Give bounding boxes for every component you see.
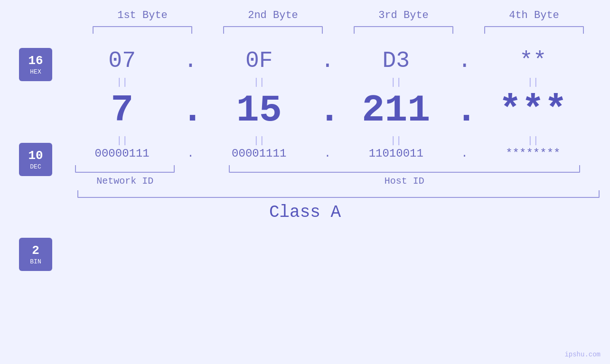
dec-badge-num: 10	[28, 149, 43, 163]
hex-dot-3: .	[455, 48, 474, 74]
id-labels-row: Network ID Host ID	[66, 176, 589, 187]
bin-cell-2: 00001111	[207, 147, 311, 160]
byte1-label: 1st Byte	[90, 9, 195, 21]
bin-cell-3: 11010011	[344, 147, 448, 160]
hex-dot-2: .	[318, 48, 337, 74]
bracket-byte1	[93, 26, 192, 34]
host-id-label: Host ID	[229, 176, 580, 187]
dec-dot-1: .	[181, 89, 200, 132]
eq2-c1: ||	[70, 135, 174, 146]
bin-value-2: 00001111	[232, 147, 286, 160]
bin-cell-4: ********	[481, 147, 585, 160]
dec-row: 7 . 15 . 211 . ***	[66, 89, 589, 132]
base-badges: 16 HEX 10 DEC 2 BIN	[19, 48, 52, 271]
bracket-host	[229, 165, 580, 173]
bin-cell-1: 00000111	[70, 147, 174, 160]
eq2-c2: ||	[207, 135, 311, 146]
bracket-byte4	[484, 26, 584, 34]
bin-value-4: ********	[506, 147, 560, 160]
eq1-c1: ||	[70, 77, 174, 88]
bin-dot-3: .	[455, 147, 474, 160]
bin-badge: 2 BIN	[19, 238, 52, 271]
hex-cell-4: **	[481, 48, 585, 74]
eq1-c4: ||	[481, 77, 585, 88]
dec-value-3: 211	[362, 92, 430, 130]
dec-value-2: 15	[236, 92, 282, 130]
dec-badge-label: DEC	[30, 163, 41, 170]
hex-badge-num: 16	[28, 54, 43, 68]
dec-cell-1: 7	[70, 92, 174, 130]
bracket-byte2	[223, 26, 323, 34]
big-bottom-bracket	[77, 190, 600, 198]
byte4-label: 4th Byte	[482, 9, 586, 21]
eq2-c3: ||	[344, 135, 448, 146]
rows-container: 07 . 0F . D3 . **	[66, 48, 589, 187]
bin-badge-label: BIN	[30, 258, 41, 265]
hex-row: 07 . 0F . D3 . **	[66, 48, 589, 74]
hex-badge-label: HEX	[30, 68, 41, 75]
dec-badge: 10 DEC	[19, 143, 52, 176]
bin-badge-num: 2	[32, 243, 39, 258]
bin-value-3: 11010011	[369, 147, 423, 160]
content-wrapper: 16 HEX 10 DEC 2 BIN 07 .	[0, 48, 610, 187]
hex-value-4: **	[519, 48, 547, 74]
bracket-byte3	[354, 26, 453, 34]
bottom-brackets-row	[66, 165, 589, 173]
eq1-c3: ||	[344, 77, 448, 88]
bin-dot-1: .	[181, 147, 200, 160]
main-container: 1st Byte 2nd Byte 3rd Byte 4th Byte 16 H…	[0, 0, 610, 364]
hex-value-1: 07	[108, 48, 136, 74]
hex-dot-1: .	[181, 48, 200, 74]
dec-cell-4: ***	[481, 92, 585, 130]
hex-cell-3: D3	[344, 48, 448, 74]
watermark: ipshu.com	[564, 351, 601, 358]
dec-value-1: 7	[111, 92, 133, 130]
class-label: Class A	[269, 203, 341, 222]
hex-cell-2: 0F	[207, 48, 311, 74]
eq1-c2: ||	[207, 77, 311, 88]
dec-value-4: ***	[499, 92, 567, 130]
byte3-label: 3rd Byte	[351, 9, 456, 21]
network-id-label: Network ID	[75, 176, 175, 187]
eq2-c4: ||	[481, 135, 585, 146]
bin-dot-2: .	[318, 147, 337, 160]
bin-row: 00000111 . 00001111 . 11010011 .	[66, 147, 589, 160]
equals-row-2: || || || ||	[66, 134, 589, 147]
top-brackets	[77, 26, 600, 34]
dec-dot-3: .	[455, 89, 474, 132]
bracket-network	[75, 165, 175, 173]
hex-cell-1: 07	[70, 48, 174, 74]
bin-value-1: 00000111	[95, 147, 150, 160]
hex-value-3: D3	[382, 48, 410, 74]
hex-badge: 16 HEX	[19, 48, 52, 81]
byte2-label: 2nd Byte	[221, 9, 325, 21]
byte-headers: 1st Byte 2nd Byte 3rd Byte 4th Byte	[77, 9, 600, 21]
dec-cell-2: 15	[207, 92, 311, 130]
dec-dot-2: .	[318, 89, 337, 132]
hex-value-2: 0F	[245, 48, 273, 74]
equals-row-1: || || || ||	[66, 76, 589, 89]
dec-cell-3: 211	[344, 92, 448, 130]
